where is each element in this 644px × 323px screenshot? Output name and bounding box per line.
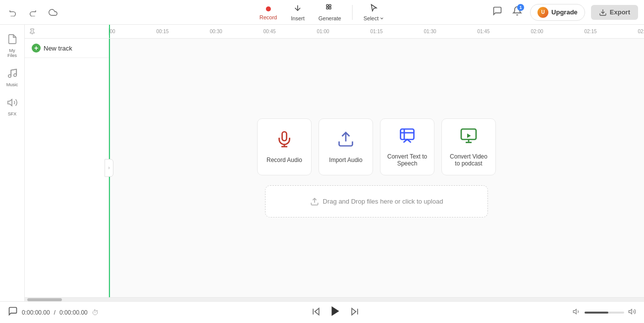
chat-icon [492, 6, 502, 16]
import-audio-card-icon [337, 130, 355, 152]
volume-slider[interactable] [585, 312, 624, 314]
record-tool-button[interactable]: Record [255, 2, 282, 22]
new-track-button[interactable]: + New track [25, 39, 108, 58]
export-icon [599, 8, 607, 16]
main-area: My Files Music SFX [0, 25, 644, 301]
convert-video-card-icon [460, 127, 478, 148]
svg-marker-18 [467, 134, 471, 138]
upload-icon [310, 197, 319, 206]
volume-low-icon [573, 308, 581, 316]
redo-button[interactable] [26, 6, 40, 18]
svg-rect-2 [329, 4, 331, 6]
sidebar-item-my-files-label: My Files [4, 48, 20, 58]
generate-tool-button[interactable]: Generate [314, 1, 346, 23]
tracks-container: + New track [25, 39, 644, 297]
top-bar-right: 1 U Upgrade Export [490, 4, 638, 21]
play-button[interactable] [329, 305, 342, 320]
drop-zone[interactable]: Drag and Drop files here or click to upl… [265, 185, 488, 217]
top-bar: Record Insert Generate Select [0, 0, 644, 25]
ruler-tick: 02:15 [584, 29, 596, 34]
chevron-down-icon [379, 16, 384, 21]
convert-tts-card[interactable]: Convert Text to Speech [380, 118, 434, 175]
ruler-tick: 00:45 [263, 29, 275, 34]
play-icon [329, 305, 342, 318]
svg-rect-4 [329, 7, 331, 9]
select-tool-button[interactable]: Select [359, 1, 390, 23]
time-display: 0:00:00.00 / 0:00:00.00 ⏱ [8, 306, 99, 319]
cloud-icon [49, 8, 57, 17]
ruler-ticks: 00:0000:1500:3000:4501:0001:1501:3001:45… [109, 25, 644, 38]
svg-marker-25 [573, 309, 576, 314]
upgrade-button[interactable]: U Upgrade [530, 4, 585, 21]
ruler-tick: 01:45 [477, 29, 489, 34]
chat-bottom-button[interactable] [8, 306, 18, 319]
rewind-icon [311, 307, 321, 317]
ruler-tick: 01:00 [317, 29, 329, 34]
current-time: 0:00:00.00 [22, 309, 50, 316]
notification-button[interactable]: 1 [510, 4, 524, 20]
toolbar-center: Record Insert Generate Select [255, 1, 389, 23]
insert-tool-button[interactable]: Insert [286, 1, 310, 23]
volume-min-icon [573, 308, 581, 317]
svg-point-6 [8, 75, 11, 78]
total-time: 0:00:00.00 [59, 309, 88, 316]
timer-settings-button[interactable]: ⏱ [92, 309, 99, 317]
rewind-button[interactable] [311, 307, 321, 319]
track-area: 00:0000:1500:3000:4501:0001:1501:3001:45… [25, 25, 644, 301]
plus-circle-icon: + [32, 44, 41, 53]
sidebar-item-sfx[interactable]: SFX [1, 93, 23, 120]
volume-max-icon [628, 308, 636, 317]
sidebar-item-music[interactable]: Music [1, 64, 23, 91]
svg-rect-1 [326, 4, 328, 6]
undo-icon [9, 8, 17, 16]
svg-marker-23 [352, 308, 356, 315]
fast-forward-button[interactable] [350, 307, 360, 319]
record-audio-card[interactable]: Record Audio [257, 118, 312, 175]
volume-controls [573, 308, 636, 317]
center-panel: Record Audio Import Audio [253, 118, 500, 217]
svg-rect-3 [326, 7, 328, 9]
insert-icon [293, 3, 302, 14]
export-button[interactable]: Export [591, 5, 638, 20]
ruler-tick: 02:00 [531, 29, 543, 34]
export-label: Export [610, 8, 630, 16]
cloud-save-button[interactable] [46, 6, 60, 19]
chat-bottom-icon [8, 306, 18, 316]
collapse-sidebar-button[interactable] [105, 159, 113, 177]
svg-rect-17 [461, 129, 476, 140]
record-audio-card-icon [275, 130, 293, 152]
convert-video-card-label: Convert Video to podcast [447, 153, 490, 167]
notification-badge: 1 [517, 4, 524, 11]
music-icon [7, 68, 18, 81]
insert-label: Insert [291, 15, 305, 21]
nav-controls [6, 6, 60, 19]
convert-tts-card-label: Convert Text to Speech [385, 153, 429, 167]
ruler-tick: 02:30 [638, 29, 644, 34]
svg-marker-20 [315, 308, 319, 315]
playback-controls [311, 305, 360, 320]
toolbar-divider [352, 5, 353, 20]
import-audio-card[interactable]: Import Audio [319, 118, 373, 175]
upgrade-label: Upgrade [551, 8, 578, 16]
sidebar-item-my-files[interactable]: My Files [1, 30, 23, 62]
scrollbar-thumb[interactable] [27, 298, 62, 301]
generate-label: Generate [319, 15, 341, 21]
sidebar-item-music-label: Music [6, 82, 18, 87]
bottom-bar: 0:00:00.00 / 0:00:00.00 ⏱ [0, 301, 644, 323]
pin-icon [29, 28, 36, 35]
redo-icon [29, 8, 37, 16]
record-audio-card-label: Record Audio [267, 157, 302, 163]
undo-button[interactable] [6, 6, 20, 18]
my-files-icon [7, 34, 18, 47]
record-label: Record [260, 14, 277, 20]
chat-button[interactable] [490, 4, 504, 20]
convert-video-card[interactable]: Convert Video to podcast [441, 118, 496, 175]
record-icon [266, 4, 271, 13]
select-icon [370, 3, 378, 14]
tracks-scrollbar[interactable] [25, 297, 644, 301]
chevron-right-icon [107, 164, 111, 171]
timeline-ruler: 00:0000:1500:3000:4501:0001:1501:3001:45… [25, 25, 644, 39]
svg-rect-10 [282, 132, 287, 141]
ruler-tick: 00:15 [156, 29, 168, 34]
ruler-left-space [25, 28, 109, 35]
